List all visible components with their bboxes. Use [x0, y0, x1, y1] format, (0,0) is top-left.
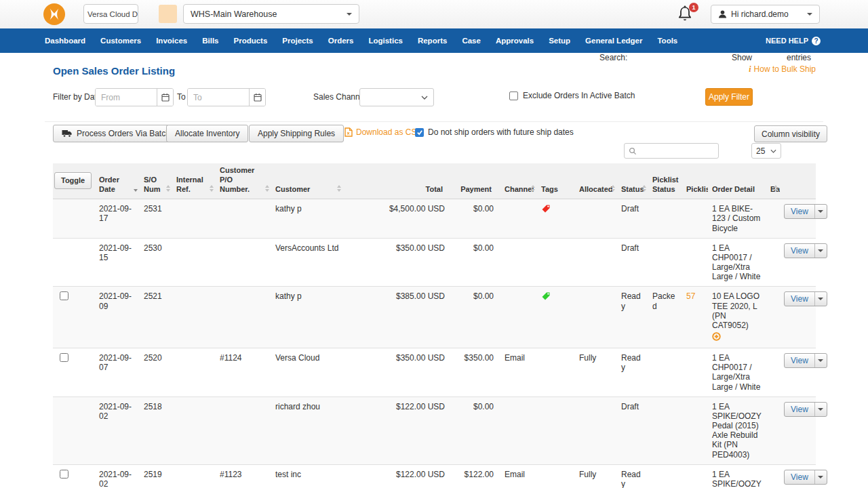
nav-item-tools[interactable]: Tools: [650, 37, 685, 45]
nav-item-invoices[interactable]: Invoices: [149, 37, 195, 45]
column-header[interactable]: Status: [617, 163, 648, 199]
cell-allocated: [575, 396, 617, 464]
nav-item-case[interactable]: Case: [454, 37, 488, 45]
notifications-button[interactable]: 1: [677, 5, 694, 24]
apply-filter-button[interactable]: Apply Filter: [705, 88, 753, 106]
nav-item-projects[interactable]: Projects: [275, 37, 320, 45]
nav-item-setup[interactable]: Setup: [541, 37, 578, 45]
cell-order-date: 2021-09-02: [95, 464, 140, 488]
column-header[interactable]: Allocated: [575, 163, 617, 199]
column-header[interactable]: S/O Num: [140, 163, 172, 199]
download-csv-link[interactable]: Download as CSV: [344, 127, 422, 137]
exclude-active-batch-label: Exclude Orders In Active Batch: [523, 91, 635, 100]
date-from-input[interactable]: [96, 89, 157, 106]
sales-channel-select[interactable]: [359, 88, 434, 106]
cell-picklist-status: [648, 348, 682, 397]
cell-allocated: Fully: [575, 464, 617, 488]
cell-batch: [766, 348, 780, 397]
search-field[interactable]: [624, 143, 719, 159]
view-button[interactable]: View: [784, 243, 827, 258]
cell-picklists: [682, 348, 708, 397]
calendar-icon[interactable]: [249, 89, 265, 106]
checkbox-checked-icon[interactable]: [415, 128, 424, 137]
toggle-column-header: Toggle: [53, 163, 95, 199]
table-header-row: Toggle Order Date S/O Num Internal Ref. …: [53, 163, 816, 199]
nav-item-products[interactable]: Products: [226, 37, 275, 45]
column-visibility-button[interactable]: Column visibility: [754, 125, 827, 142]
cell-customer-po: [216, 238, 271, 287]
warehouse-selector[interactable]: WHS-Main Warehouse: [183, 4, 359, 24]
apply-shipping-rules-button[interactable]: Apply Shipping Rules: [249, 125, 344, 142]
column-header[interactable]: Customer: [271, 163, 343, 199]
column-header-label: Customer: [275, 185, 310, 193]
cell-customer: VersAccounts Ltd: [271, 238, 343, 287]
picklist-link[interactable]: 57: [686, 291, 695, 301]
cell-internal-ref: [172, 199, 216, 238]
cell-tags: [537, 199, 575, 238]
row-checkbox[interactable]: [60, 353, 68, 362]
cell-status: Ready: [617, 348, 648, 397]
column-header[interactable]: Internal Ref.: [172, 163, 216, 199]
user-menu[interactable]: Hi richard.demo: [711, 5, 820, 24]
need-help-link[interactable]: NEED HELP ?: [766, 37, 821, 45]
toggle-button[interactable]: Toggle: [54, 172, 92, 189]
how-to-bulk-ship-link[interactable]: iHow to Bulk Ship: [749, 64, 816, 75]
cell-customer-po: #1124: [216, 348, 271, 397]
checkbox-unchecked-icon[interactable]: [509, 92, 518, 100]
cell-so-num: 2521: [140, 287, 172, 348]
row-checkbox[interactable]: [60, 470, 68, 479]
cell-customer: test inc: [271, 464, 343, 488]
page-content: Open Sales Order Listing iHow to Bulk Sh…: [0, 53, 868, 488]
orders-table: Toggle Order Date S/O Num Internal Ref. …: [53, 163, 816, 488]
user-menu-label: Hi richard.demo: [731, 9, 789, 19]
table-row: 2021-09-09 2521 kathy p $385.00 USD $0.0…: [53, 287, 816, 348]
nav-item-customers[interactable]: Customers: [93, 37, 149, 45]
notification-badge: 1: [689, 3, 698, 12]
date-to-input[interactable]: [188, 89, 249, 106]
color-swatch[interactable]: [159, 5, 177, 23]
column-header[interactable]: Order Date: [95, 163, 140, 199]
view-button[interactable]: View: [784, 291, 827, 306]
nav-item-approvals[interactable]: Approvals: [488, 37, 541, 45]
view-button[interactable]: View: [784, 204, 827, 219]
allocate-inventory-button[interactable]: Allocate Inventory: [166, 125, 248, 142]
nav-item-dashboard[interactable]: Dashboard: [37, 37, 93, 45]
process-orders-via-batch-button[interactable]: Process Orders Via Batch: [53, 125, 179, 142]
tag-icon[interactable]: [541, 291, 551, 303]
search-input[interactable]: [639, 146, 714, 157]
view-button[interactable]: View: [784, 402, 827, 417]
view-button[interactable]: View: [784, 470, 827, 485]
chevron-down-icon: [814, 205, 827, 218]
tag-icon[interactable]: [541, 204, 551, 216]
view-button-label: View: [785, 470, 814, 484]
cell-batch: [766, 238, 780, 287]
date-to-field[interactable]: [187, 88, 266, 106]
company-selector[interactable]: Versa Cloud Demo I: [83, 4, 138, 24]
nav-item-reports[interactable]: Reports: [410, 37, 454, 45]
nav-item-general-ledger[interactable]: General Ledger: [578, 37, 650, 45]
table-row: 2021-09-02 2519 #1123 test inc $122.00 U…: [53, 464, 816, 488]
nav-item-logistics[interactable]: Logistics: [361, 37, 410, 45]
view-button[interactable]: View: [784, 353, 827, 368]
cell-status: Draft: [617, 238, 648, 287]
nav-item-orders[interactable]: Orders: [321, 37, 361, 45]
nav-item-bills[interactable]: Bills: [195, 37, 226, 45]
column-header-label: Internal Ref.: [176, 176, 203, 193]
sort-icon: [265, 185, 269, 192]
add-circle-icon[interactable]: [712, 332, 721, 343]
cell-so-num: 2520: [140, 348, 172, 397]
page-size-select[interactable]: 25: [751, 143, 781, 159]
cell-actions: View: [780, 199, 816, 238]
no-future-ship-checkbox[interactable]: Do not ship orders with future ship date…: [415, 127, 574, 137]
cell-channel: [500, 396, 537, 464]
calendar-icon[interactable]: [157, 89, 173, 106]
column-header[interactable]: Channel: [500, 163, 537, 199]
row-checkbox[interactable]: [60, 291, 68, 300]
date-from-field[interactable]: [95, 88, 174, 106]
show-label: Show: [732, 53, 752, 62]
exclude-active-batch-checkbox[interactable]: Exclude Orders In Active Batch: [509, 91, 635, 100]
cell-tags: [537, 238, 575, 287]
column-header[interactable]: Customer P/O Number.: [216, 163, 271, 199]
column-header[interactable]: Batch: [766, 163, 780, 199]
cell-tags: [537, 348, 575, 397]
